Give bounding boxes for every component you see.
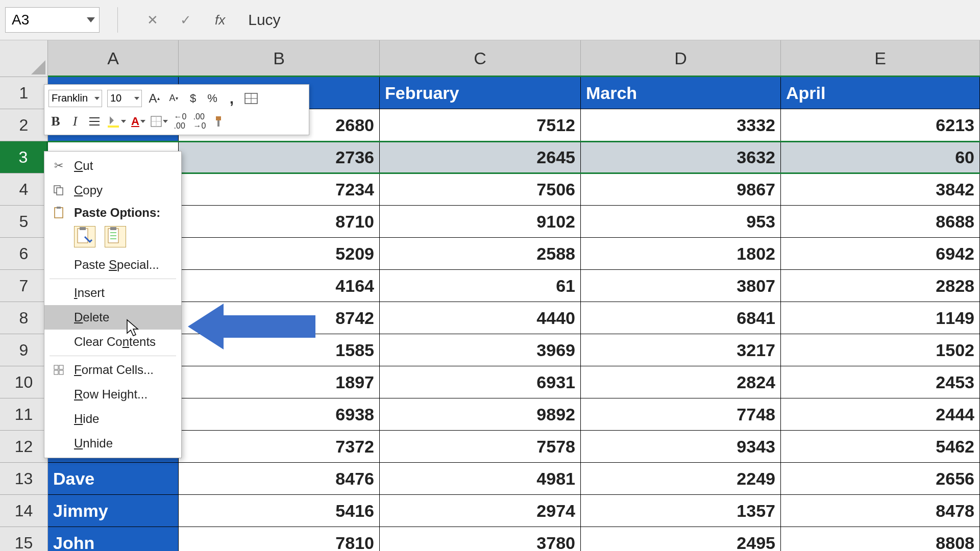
cell-c1[interactable]: February <box>380 77 581 109</box>
cell-e5[interactable]: 8688 <box>781 206 980 238</box>
cell-b4[interactable]: 7234 <box>179 173 380 206</box>
cell-c7[interactable]: 61 <box>380 270 581 302</box>
cell-c15[interactable]: 3780 <box>380 527 581 551</box>
cell-e6[interactable]: 6942 <box>781 238 980 270</box>
row-header-11[interactable]: 11 <box>0 398 48 431</box>
cell-e4[interactable]: 3842 <box>781 173 980 206</box>
cell-c6[interactable]: 2588 <box>380 238 581 270</box>
font-family-select[interactable]: Franklin <box>48 90 102 107</box>
decrease-font-button[interactable]: A▾ <box>166 90 181 107</box>
menu-clear-contents[interactable]: Clear Contents <box>44 330 181 354</box>
cell-d10[interactable]: 2824 <box>581 366 781 398</box>
name-box[interactable]: A3 <box>5 7 100 33</box>
cell-e7[interactable]: 2828 <box>781 270 980 302</box>
cell-b13[interactable]: 8476 <box>179 463 380 495</box>
cell-e12[interactable]: 5462 <box>781 431 980 463</box>
row-header-9[interactable]: 9 <box>0 334 48 366</box>
cell-e1[interactable]: April <box>781 77 980 109</box>
increase-font-button[interactable]: A▴ <box>147 90 161 107</box>
cell-d9[interactable]: 3217 <box>581 334 781 366</box>
cell-e14[interactable]: 8478 <box>781 495 980 527</box>
cell-e2[interactable]: 6213 <box>781 109 980 141</box>
cell-c8[interactable]: 4440 <box>380 302 581 334</box>
chevron-down-icon[interactable] <box>87 17 95 22</box>
cell-d4[interactable]: 9867 <box>581 173 781 206</box>
menu-insert[interactable]: Insert <box>44 281 181 305</box>
enter-button[interactable]: ✓ <box>174 9 197 32</box>
cell-d11[interactable]: 7748 <box>581 398 781 431</box>
cell-e10[interactable]: 2453 <box>781 366 980 398</box>
cell-d5[interactable]: 953 <box>581 206 781 238</box>
select-all-corner[interactable] <box>0 40 48 77</box>
cell-d12[interactable]: 9343 <box>581 431 781 463</box>
cell-e11[interactable]: 2444 <box>781 398 980 431</box>
align-button[interactable] <box>87 113 102 130</box>
menu-row-height[interactable]: Row Height... <box>44 382 181 407</box>
paste-option-values[interactable] <box>105 226 126 247</box>
cell-c11[interactable]: 9892 <box>380 398 581 431</box>
row-header-2[interactable]: 2 <box>0 109 48 141</box>
menu-delete[interactable]: Delete <box>44 305 181 330</box>
format-painter-button[interactable] <box>212 113 226 130</box>
paste-option-default[interactable] <box>74 226 95 247</box>
cell-c9[interactable]: 3969 <box>380 334 581 366</box>
row-header-10[interactable]: 10 <box>0 366 48 398</box>
percent-button[interactable]: % <box>205 90 219 107</box>
comma-button[interactable]: , <box>225 90 239 107</box>
cell-b11[interactable]: 6938 <box>179 398 380 431</box>
cell-c5[interactable]: 9102 <box>380 206 581 238</box>
formula-value[interactable]: Lucy <box>248 11 280 29</box>
row-header-8[interactable]: 8 <box>0 302 48 334</box>
menu-format-cells[interactable]: Format Cells... <box>44 358 181 382</box>
fx-label[interactable]: fx <box>215 12 225 28</box>
cell-d14[interactable]: 1357 <box>581 495 781 527</box>
bold-button[interactable]: B <box>48 113 63 130</box>
menu-copy[interactable]: Copy <box>44 178 181 203</box>
cell-d6[interactable]: 1802 <box>581 238 781 270</box>
column-header-d[interactable]: D <box>581 40 781 77</box>
cell-c13[interactable]: 4981 <box>380 463 581 495</box>
cell-a15[interactable]: John <box>48 527 179 551</box>
row-header-5[interactable]: 5 <box>0 206 48 238</box>
menu-cut[interactable]: ✂ Cut <box>44 154 181 178</box>
row-header-15[interactable]: 15 <box>0 527 48 551</box>
cell-c12[interactable]: 7578 <box>380 431 581 463</box>
merge-button[interactable] <box>244 90 258 107</box>
row-header-3[interactable]: 3 <box>0 141 48 173</box>
cell-d15[interactable]: 2495 <box>581 527 781 551</box>
borders-button[interactable] <box>151 113 168 130</box>
cell-b7[interactable]: 4164 <box>179 270 380 302</box>
cell-d13[interactable]: 2249 <box>581 463 781 495</box>
cell-b15[interactable]: 7810 <box>179 527 380 551</box>
cell-b10[interactable]: 1897 <box>179 366 380 398</box>
italic-button[interactable]: I <box>68 113 82 130</box>
cell-e3[interactable]: 60 <box>781 141 980 173</box>
fill-color-button[interactable] <box>107 113 126 130</box>
cell-c2[interactable]: 7512 <box>380 109 581 141</box>
column-header-a[interactable]: A <box>48 40 179 77</box>
cell-c10[interactable]: 6931 <box>380 366 581 398</box>
increase-decimal-button[interactable]: ←0.00 <box>173 113 187 130</box>
row-header-13[interactable]: 13 <box>0 463 48 495</box>
cell-e8[interactable]: 1149 <box>781 302 980 334</box>
cell-b5[interactable]: 8710 <box>179 206 380 238</box>
cell-c3[interactable]: 2645 <box>380 141 581 173</box>
cell-e15[interactable]: 8808 <box>781 527 980 551</box>
cell-a14[interactable]: Jimmy <box>48 495 179 527</box>
cell-d1[interactable]: March <box>581 77 781 109</box>
cell-a13[interactable]: Dave <box>48 463 179 495</box>
cell-c14[interactable]: 2974 <box>380 495 581 527</box>
menu-unhide[interactable]: Unhide <box>44 431 181 456</box>
cell-d2[interactable]: 3332 <box>581 109 781 141</box>
cancel-button[interactable]: ✕ <box>141 9 164 32</box>
cell-e9[interactable]: 1502 <box>781 334 980 366</box>
cell-b3[interactable]: 2736 <box>179 141 380 173</box>
row-header-1[interactable]: 1 <box>0 77 48 109</box>
font-size-select[interactable]: 10 <box>107 90 142 107</box>
cell-c4[interactable]: 7506 <box>380 173 581 206</box>
column-header-c[interactable]: C <box>380 40 581 77</box>
row-header-6[interactable]: 6 <box>0 238 48 270</box>
cell-d8[interactable]: 6841 <box>581 302 781 334</box>
row-header-14[interactable]: 14 <box>0 495 48 527</box>
decrease-decimal-button[interactable]: .00→0 <box>192 113 207 130</box>
